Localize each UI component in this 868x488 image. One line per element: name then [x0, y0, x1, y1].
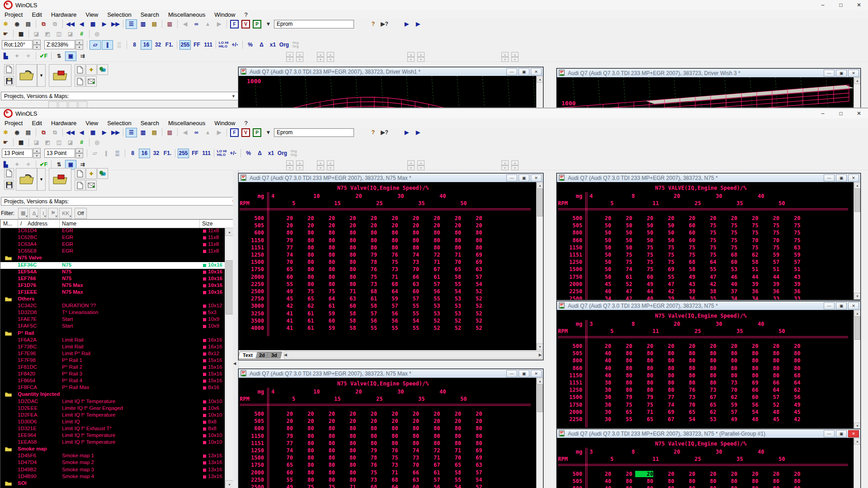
map-cell[interactable]: 20 [719, 343, 737, 349]
list-map-row[interactable]: 1F8FCAP° Rail Max8x16 [0, 385, 225, 391]
menu-project[interactable]: Project [0, 119, 27, 127]
close-button[interactable]: ✕ [850, 108, 868, 118]
map-cell[interactable]: 75 [317, 288, 335, 295]
map-cell[interactable]: 61 [359, 296, 377, 302]
combo-drop-icon[interactable]: ▼ [263, 128, 274, 137]
vertical-scrollbar[interactable]: ▲ ▼ [854, 310, 860, 429]
map-cell[interactable]: 64 [698, 259, 717, 265]
map-cell[interactable]: 60 [677, 222, 695, 229]
map-cell[interactable]: 62 [741, 252, 759, 258]
map-cell[interactable]: 75 [783, 237, 801, 244]
map-cell[interactable]: 73 [380, 462, 398, 468]
map-cell[interactable]: 75 [614, 259, 632, 265]
map-cell[interactable]: 80 [401, 244, 419, 251]
map-cell[interactable]: 70 [677, 402, 695, 408]
map-cell[interactable]: 56 [380, 318, 398, 324]
map-cell[interactable]: 20 [443, 418, 461, 424]
list-folder-row[interactable]: N75 Valve [0, 255, 225, 262]
map-cell[interactable]: 49 [635, 281, 653, 287]
map-cell[interactable]: 37 [719, 288, 737, 295]
map-cell[interactable]: 80 [783, 478, 801, 484]
map-cell[interactable]: 20 [317, 418, 335, 424]
delta-filter-icon[interactable]: Δ▾ [29, 208, 38, 219]
open-project-dropdown-button[interactable]: ▼ [37, 168, 46, 191]
map-cell[interactable]: 69 [656, 266, 675, 272]
map-search-icon[interactable]: ▥ [138, 128, 148, 137]
map-cell[interactable]: 58 [677, 266, 695, 272]
map-cell[interactable]: 47 [614, 288, 632, 295]
f-check-icon[interactable]: ✔F [38, 52, 49, 61]
button-x1[interactable]: x1 [268, 40, 278, 49]
hexdump-view-icon[interactable]: ☰ [126, 128, 137, 137]
help-icon[interactable]: ? [368, 128, 378, 137]
map-wizard-button[interactable]: ✦ [86, 168, 97, 179]
map-cell[interactable]: 20 [296, 411, 314, 417]
map-cell[interactable]: 75 [380, 259, 398, 265]
maximize-button[interactable]: □ [832, 108, 850, 118]
import-eprom-button[interactable] [49, 64, 71, 87]
scroll-right-icon[interactable]: ▶ [539, 353, 542, 357]
minimize-icon[interactable]: — [824, 174, 835, 182]
map-cell[interactable]: 34 [593, 296, 611, 300]
list-map-row[interactable]: 1F6A2ALimit Rail16x16 [0, 337, 225, 344]
map-cell[interactable]: 80 [656, 478, 675, 484]
project-wizard-icon[interactable]: ✻ [0, 19, 11, 28]
map-cell[interactable]: 80 [338, 477, 356, 483]
map-cell[interactable]: 57 [719, 409, 737, 415]
template-icon[interactable]: ▤ [149, 128, 160, 137]
map-cell[interactable]: 61 [296, 310, 314, 317]
chip-a-icon[interactable]: ◩ [42, 29, 53, 38]
map-cell[interactable]: 57 [422, 281, 440, 287]
map-cell[interactable]: 39 [656, 296, 675, 300]
map-cell[interactable]: 80 [698, 350, 717, 357]
window-titlebar[interactable]: Audi Q7 (Audi Q7 3.0 TDI 233 MP+EGR 2007… [239, 369, 543, 378]
map-cell[interactable]: 80 [338, 259, 356, 265]
button-16[interactable]: 16 [141, 40, 152, 50]
map-cell[interactable]: 20 [614, 471, 632, 477]
map-cell[interactable]: 75 [783, 230, 801, 236]
map-cell[interactable]: 40 [593, 357, 611, 364]
map-cell[interactable]: 60 [401, 288, 419, 295]
map-cell[interactable]: 80 [443, 425, 461, 432]
map-cell[interactable]: 54 [464, 281, 482, 287]
map-cell[interactable]: 80 [719, 350, 737, 357]
map-cell[interactable]: 80 [317, 281, 335, 287]
map-cell[interactable]: 56 [741, 402, 759, 408]
map-cell[interactable]: 60 [719, 259, 737, 265]
map-cell[interactable]: 55 [443, 281, 461, 287]
map-cell[interactable]: 80 [338, 244, 356, 251]
map-cell[interactable]: 80 [656, 365, 675, 371]
map-cell[interactable]: 55 [401, 303, 419, 309]
hp-upload-button[interactable]: IP [97, 64, 108, 75]
chip-number-icon[interactable]: # [76, 138, 87, 147]
map-cell[interactable]: 80 [296, 469, 314, 476]
spinner-pair[interactable]: ▲▼ [296, 160, 303, 170]
map-cell[interactable]: 75 [656, 244, 675, 251]
window-prev-icon[interactable]: ▶ [401, 128, 412, 137]
map-cell[interactable]: 80 [422, 440, 440, 446]
restore-icon[interactable]: ▣ [519, 174, 529, 182]
list-map-row[interactable]: 1FAF5CStart10x9 [0, 323, 225, 330]
map-cell[interactable]: 20 [741, 215, 759, 221]
map-cell[interactable]: 20 [422, 222, 440, 229]
button-+/-[interactable]: +/- [228, 149, 238, 158]
map-cell[interactable]: 58 [359, 303, 377, 309]
map-cell[interactable]: 35 [698, 296, 717, 300]
list-map-row[interactable]: 1D49B2Smoke map 313x16 [0, 467, 225, 474]
map-cell[interactable]: 58 [443, 274, 461, 280]
map-cell[interactable]: 44 [741, 274, 759, 280]
chip-icon[interactable]: ▦ [16, 138, 26, 147]
map-cell[interactable]: 80 [783, 357, 801, 364]
map-cell[interactable]: 75 [698, 252, 717, 258]
map-cell[interactable]: 40 [593, 372, 611, 379]
map-cell[interactable]: 60 [275, 274, 293, 280]
map-cell[interactable]: 80 [698, 478, 717, 484]
window-titlebar[interactable]: Audi Q7 (Audi Q7 3.0 TDI 233 MP+EGR 2007… [557, 301, 860, 310]
button-F1.[interactable]: F1. [164, 40, 175, 49]
map-cell[interactable]: 80 [317, 425, 335, 432]
map-cell[interactable]: 75 [677, 244, 695, 251]
list-folder-row[interactable]: Smoke map [0, 446, 225, 453]
chip-icon[interactable]: ▦ [16, 29, 26, 38]
button-8[interactable]: 8 [129, 40, 140, 49]
map-cell[interactable]: 80 [317, 274, 335, 280]
